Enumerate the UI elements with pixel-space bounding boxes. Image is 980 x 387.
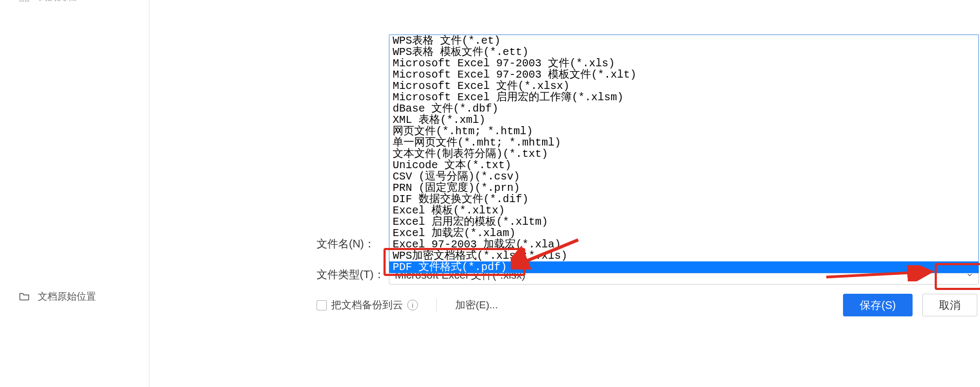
checkbox-box (317, 300, 327, 310)
info-icon[interactable]: i (407, 300, 418, 310)
filetype-option[interactable]: Unicode 文本(*.txt) (389, 160, 978, 171)
encrypt-button[interactable]: 加密(E)... (455, 298, 498, 312)
grid-icon (18, 0, 30, 3)
footer-right: 保存(S) 取消 (843, 294, 977, 316)
filetype-option[interactable]: Microsoft Excel 启用宏的工作簿(*.xlsm) (389, 92, 978, 103)
filetype-dropdown[interactable]: WPS表格 文件(*.et)WPS表格 模板文件(*.ett)Microsoft… (389, 34, 979, 273)
filetype-option[interactable]: Microsoft Excel 文件(*.xlsx) (389, 80, 978, 92)
sidebar-item-label: 文档原始位置 (38, 290, 96, 303)
filetype-option[interactable]: DIF 数据交换文件(*.dif) (389, 194, 978, 205)
filetype-option[interactable]: WPS表格 文件(*.et) (389, 35, 978, 46)
svg-rect-3 (25, 0, 29, 1)
save-button[interactable]: 保存(S) (843, 294, 913, 316)
filetype-option[interactable]: 文本文件(制表符分隔)(*.txt) (389, 148, 978, 160)
filename-label: 文件名(N)： (317, 237, 375, 251)
filetype-option[interactable]: dBase 文件(*.dbf) (389, 103, 978, 114)
separator (436, 299, 437, 312)
filetype-option[interactable]: Microsoft Excel 97-2003 模板文件(*.xlt) (389, 69, 978, 80)
sidebar-item-label: 我的文档 (38, 0, 77, 3)
filetype-option[interactable]: 单一网页文件(*.mht; *.mhtml) (389, 137, 978, 148)
cancel-button[interactable]: 取消 (922, 294, 977, 316)
filetype-option[interactable]: 网页文件(*.htm; *.html) (389, 126, 978, 137)
filetype-option[interactable]: Excel 加载宏(*.xlam) (389, 227, 978, 239)
filetype-option[interactable]: PRN (固定宽度)(*.prn) (389, 182, 978, 194)
filetype-option[interactable]: WPS表格 模板文件(*.ett) (389, 46, 978, 58)
filetype-option[interactable]: Microsoft Excel 97-2003 文件(*.xls) (389, 58, 978, 69)
filetype-option[interactable]: WPS加密文档格式(*.xlsx;*.xls) (389, 250, 978, 261)
filetype-option[interactable]: PDF 文件格式(*.pdf) (389, 261, 978, 273)
footer-left: 把文档备份到云 i 加密(E)... (317, 298, 498, 312)
svg-rect-2 (20, 0, 23, 1)
main-panel: 文件名(N)： 文件类型(T)： Microsoft Excel 文件(*.xl… (149, 0, 980, 387)
filetype-option[interactable]: Excel 97-2003 加载宏(*.xla) (389, 239, 978, 250)
filetype-option[interactable]: Excel 模板(*.xltx) (389, 205, 978, 216)
filetype-label: 文件类型(T)： (317, 267, 385, 282)
backup-label: 把文档备份到云 (331, 298, 403, 312)
filetype-option[interactable]: XML 表格(*.xml) (389, 114, 978, 126)
sidebar-item-my-documents[interactable]: 我的文档 (0, 0, 149, 6)
backup-checkbox[interactable]: 把文档备份到云 i (317, 298, 418, 312)
folder-icon (18, 291, 30, 302)
sidebar-item-original-location[interactable]: 文档原始位置 (0, 287, 149, 306)
filetype-option[interactable]: CSV (逗号分隔)(*.csv) (389, 171, 978, 182)
filetype-option[interactable]: Excel 启用宏的模板(*.xltm) (389, 216, 978, 227)
sidebar: 我的文档 文档原始位置 (0, 0, 149, 387)
dialog-footer: 把文档备份到云 i 加密(E)... 保存(S) 取消 (317, 294, 977, 316)
